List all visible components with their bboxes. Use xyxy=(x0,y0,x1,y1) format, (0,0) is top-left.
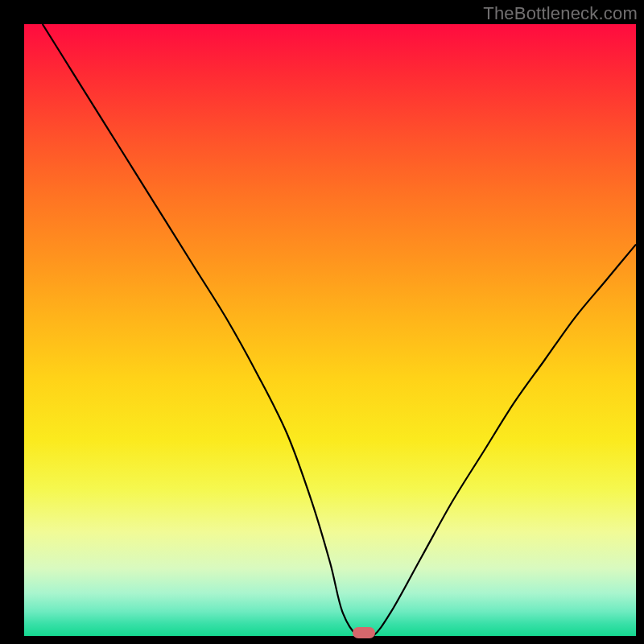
plot-area xyxy=(24,24,636,636)
curve-svg xyxy=(24,24,636,636)
bottleneck-curve xyxy=(43,24,636,636)
optimum-marker xyxy=(353,627,375,638)
watermark-text: TheBottleneck.com xyxy=(483,3,638,24)
chart-frame: TheBottleneck.com xyxy=(0,0,644,644)
